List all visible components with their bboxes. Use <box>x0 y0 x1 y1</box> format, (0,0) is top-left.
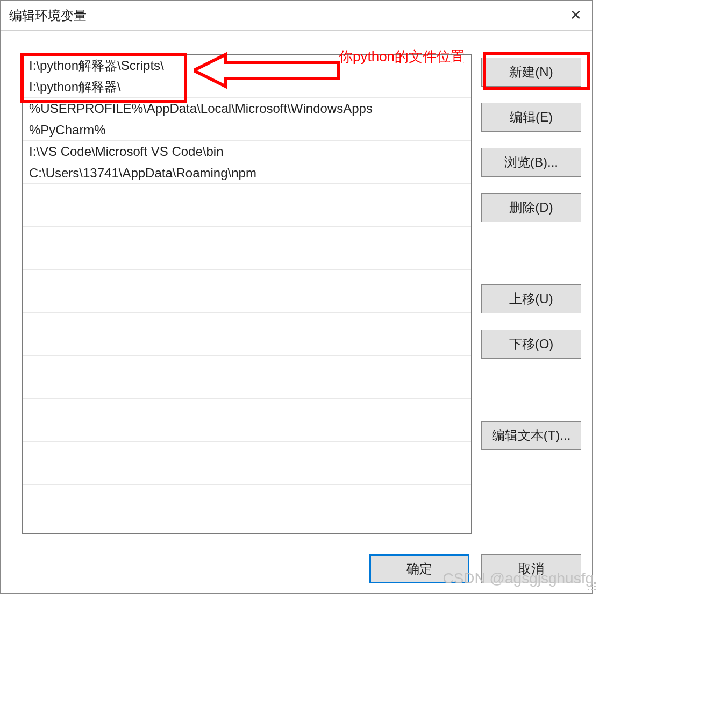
dialog-content: I:\python解释器\Scripts\ I:\python解释器\ %USE… <box>1 31 592 545</box>
list-item[interactable]: I:\python解释器\ <box>23 76 471 98</box>
edittext-button[interactable]: 编辑文本(T)... <box>481 421 581 450</box>
titlebar: 编辑环境变量 ✕ <box>1 1 592 31</box>
ok-button[interactable]: 确定 <box>369 554 469 583</box>
list-item[interactable]: %USERPROFILE%\AppData\Local\Microsoft\Wi… <box>23 98 471 119</box>
close-button[interactable]: ✕ <box>560 1 592 30</box>
dialog-footer: 确定 取消 <box>1 545 592 593</box>
new-button[interactable]: 新建(N) <box>481 58 581 87</box>
list-item[interactable]: I:\VS Code\Microsoft VS Code\bin <box>23 141 471 162</box>
dialog-title: 编辑环境变量 <box>9 7 87 24</box>
list-item[interactable]: I:\python解释器\Scripts\ <box>23 55 471 76</box>
path-listbox[interactable]: I:\python解释器\Scripts\ I:\python解释器\ %USE… <box>22 54 472 534</box>
list-item[interactable]: %PyCharm% <box>23 119 471 141</box>
movedown-button[interactable]: 下移(O) <box>481 330 581 359</box>
empty-rows <box>23 184 471 506</box>
moveup-button[interactable]: 上移(U) <box>481 284 581 313</box>
browse-button[interactable]: 浏览(B)... <box>481 148 581 177</box>
cancel-button[interactable]: 取消 <box>481 554 581 583</box>
edit-button[interactable]: 编辑(E) <box>481 103 581 132</box>
button-column: 新建(N) 编辑(E) 浏览(B)... 删除(D) 上移(U) 下移(O) 编… <box>481 54 581 534</box>
delete-button[interactable]: 删除(D) <box>481 193 581 222</box>
edit-env-var-dialog: 编辑环境变量 ✕ I:\python解释器\Scripts\ I:\python… <box>0 0 593 594</box>
list-item[interactable]: C:\Users\13741\AppData\Roaming\npm <box>23 162 471 184</box>
close-icon: ✕ <box>570 7 582 24</box>
